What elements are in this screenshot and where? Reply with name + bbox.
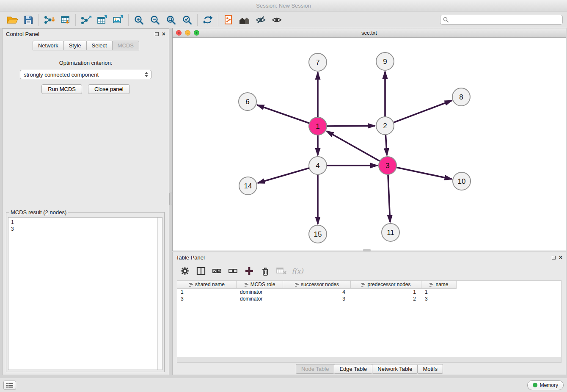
node-2[interactable]: 2	[376, 117, 394, 135]
float-table-panel-icon[interactable]	[552, 256, 556, 259]
node-7[interactable]: 7	[309, 53, 327, 71]
column-header-mcds-role[interactable]: MCDS role	[237, 281, 283, 289]
node-6[interactable]: 6	[239, 93, 256, 110]
table-cell[interactable]: dominator	[237, 295, 283, 302]
edge-4-14[interactable]	[258, 166, 318, 183]
tab-style[interactable]: Style	[63, 41, 87, 50]
maximize-window-button[interactable]: +	[194, 30, 199, 36]
edge-3-10[interactable]	[388, 166, 452, 179]
function-builder-button[interactable]: f(x)	[292, 265, 303, 276]
network-title: scc.txt	[361, 30, 377, 36]
delete-table-icon	[276, 266, 287, 276]
float-panel-icon[interactable]	[155, 32, 159, 36]
houses-button[interactable]	[237, 13, 253, 27]
select-all-rows-button[interactable]	[212, 265, 223, 276]
column-header-shared-name[interactable]: shared name	[177, 281, 237, 289]
save-session-button[interactable]	[20, 13, 36, 27]
node-4[interactable]: 4	[309, 157, 327, 174]
refresh-icon	[202, 14, 213, 25]
delete-table-button[interactable]	[276, 265, 287, 276]
sort-icon	[361, 282, 366, 287]
close-window-button[interactable]: ×	[176, 30, 182, 36]
tab-mcds[interactable]: MCDS	[112, 41, 139, 50]
export-image-button[interactable]	[110, 13, 126, 27]
control-panel-title: Control Panel	[6, 31, 155, 37]
toolbar-separator	[39, 14, 39, 26]
table-cell[interactable]: 1	[177, 289, 237, 295]
mcds-result-title: MCDS result (2 nodes)	[9, 209, 68, 215]
refresh-layout-button[interactable]	[200, 13, 216, 27]
column-header-successor-nodes[interactable]: successor nodes	[283, 281, 351, 289]
node-10[interactable]: 10	[453, 172, 471, 190]
tab-select[interactable]: Select	[86, 41, 113, 50]
node-14[interactable]: 14	[239, 177, 257, 195]
node-3[interactable]: 3	[379, 157, 396, 174]
tab-edge-table[interactable]: Edge Table	[334, 364, 372, 374]
zoom-out-button[interactable]	[147, 13, 163, 27]
graph-canvas[interactable]: 7968124314101511	[173, 38, 566, 251]
node-label: 6	[245, 98, 249, 106]
delete-column-button[interactable]	[260, 265, 271, 276]
table-cell[interactable]: 1	[351, 289, 421, 295]
tab-network[interactable]: Network	[33, 41, 64, 50]
node-9[interactable]: 9	[376, 52, 394, 70]
show-columns-button[interactable]	[195, 265, 206, 276]
table-cell[interactable]: 2	[351, 295, 421, 302]
column-label: successor nodes	[301, 282, 339, 287]
table-hscrollbar[interactable]	[177, 357, 561, 363]
table-cell[interactable]: 1	[421, 289, 457, 295]
tab-node-table[interactable]: Node Table	[296, 364, 335, 374]
open-session-button[interactable]	[4, 13, 20, 27]
table-settings-button[interactable]	[179, 265, 190, 276]
mcds-buttons: Run MCDS Close panel	[3, 84, 169, 94]
zoom-fit-button[interactable]	[163, 13, 179, 27]
node-label: 11	[387, 229, 394, 237]
table-cell[interactable]: 3	[177, 295, 237, 302]
memory-button[interactable]: Memory	[527, 380, 564, 390]
eye-button[interactable]	[269, 13, 285, 27]
edge-2-8[interactable]	[385, 100, 452, 126]
node-15[interactable]: 15	[309, 225, 327, 243]
table-cell[interactable]: 3	[421, 295, 457, 302]
edge-3-1[interactable]	[327, 131, 388, 166]
node-1[interactable]: 1	[309, 117, 327, 135]
panel-splitter-handle[interactable]	[169, 193, 172, 205]
run-mcds-button[interactable]: Run MCDS	[41, 84, 82, 94]
column-header-predecessor-nodes[interactable]: predecessor nodes	[351, 281, 421, 289]
network-document-button[interactable]	[220, 13, 237, 27]
edge-1-6[interactable]	[257, 105, 318, 126]
import-table-button[interactable]	[57, 13, 73, 27]
export-table-button[interactable]	[94, 13, 110, 27]
table-row[interactable]: 1dominator411	[177, 289, 561, 295]
table-cell[interactable]: dominator	[237, 289, 283, 295]
network-hscroll-thumb[interactable]	[363, 249, 371, 251]
table-row[interactable]: 3dominator323	[177, 295, 561, 302]
toolbar-separator	[75, 14, 76, 26]
zoom-in-button[interactable]	[131, 13, 147, 27]
tab-motifs[interactable]: Motifs	[417, 364, 443, 374]
search-field[interactable]	[440, 15, 563, 25]
criterion-select[interactable]: strongly connected component	[20, 70, 151, 79]
add-column-button[interactable]	[244, 265, 255, 276]
result-scrollbar[interactable]	[157, 218, 162, 370]
edges-layer	[257, 72, 452, 224]
search-input[interactable]	[451, 17, 560, 23]
minimize-window-button[interactable]: −	[185, 30, 190, 36]
eye-slash-button[interactable]	[253, 13, 269, 27]
task-history-button[interactable]	[3, 381, 16, 390]
node-11[interactable]: 11	[382, 224, 399, 241]
node-8[interactable]: 8	[452, 88, 470, 106]
import-network-button[interactable]	[41, 13, 57, 27]
close-table-panel-icon[interactable]: ×	[559, 255, 562, 259]
table-cell[interactable]: 3	[283, 295, 351, 302]
table-toolbar: f(x)	[173, 263, 566, 279]
export-network-button[interactable]	[78, 13, 94, 27]
close-panel-icon[interactable]: ×	[162, 32, 165, 36]
table-cell[interactable]: 4	[283, 289, 351, 295]
tab-network-table[interactable]: Network Table	[372, 364, 418, 374]
deselect-all-rows-button[interactable]	[228, 265, 239, 276]
close-panel-button[interactable]: Close panel	[88, 84, 130, 94]
zoom-selected-button[interactable]	[179, 13, 195, 27]
column-header-name[interactable]: name	[421, 281, 457, 289]
node-label: 10	[458, 177, 466, 185]
